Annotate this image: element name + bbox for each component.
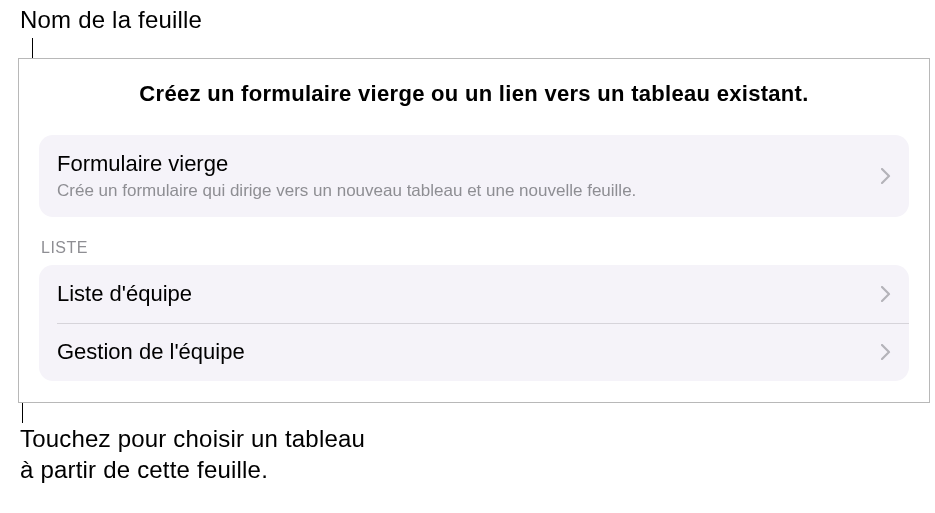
- blank-form-title: Formulaire vierge: [57, 151, 881, 177]
- table-option-label: Gestion de l'équipe: [57, 339, 245, 365]
- blank-form-text: Formulaire vierge Crée un formulaire qui…: [57, 151, 881, 201]
- callout-bottom-line2: à partir de cette feuille.: [20, 456, 268, 483]
- chevron-right-icon: [881, 286, 891, 302]
- form-setup-panel: Créez un formulaire vierge ou un lien ve…: [18, 58, 930, 403]
- panel-title: Créez un formulaire vierge ou un lien ve…: [19, 81, 929, 107]
- table-option-1[interactable]: Gestion de l'équipe: [39, 323, 909, 381]
- callout-choose-table: Touchez pour choisir un tableau à partir…: [20, 423, 365, 485]
- chevron-right-icon: [881, 344, 891, 360]
- section-header-liste: LISTE: [41, 239, 907, 257]
- callout-bottom-line1: Touchez pour choisir un tableau: [20, 425, 365, 452]
- table-list-group: Liste d'équipe Gestion de l'équipe: [39, 265, 909, 381]
- chevron-right-icon: [881, 168, 891, 184]
- table-option-label: Liste d'équipe: [57, 281, 192, 307]
- callout-sheet-name: Nom de la feuille: [20, 6, 202, 34]
- blank-form-subtitle: Crée un formulaire qui dirige vers un no…: [57, 181, 881, 201]
- blank-form-button[interactable]: Formulaire vierge Crée un formulaire qui…: [39, 135, 909, 217]
- table-option-0[interactable]: Liste d'équipe: [39, 265, 909, 323]
